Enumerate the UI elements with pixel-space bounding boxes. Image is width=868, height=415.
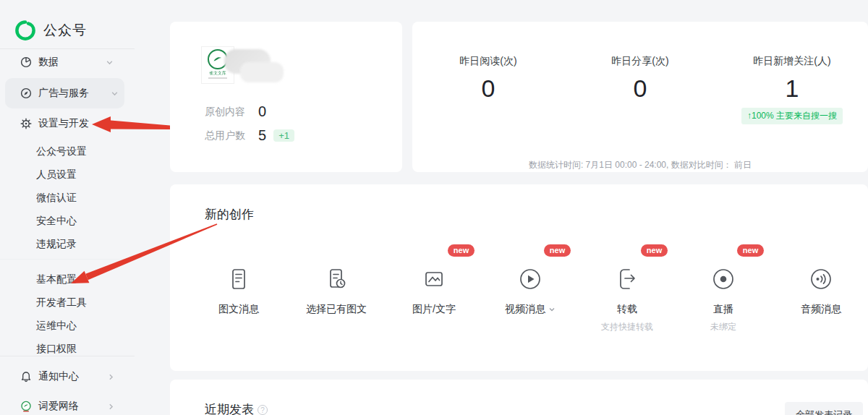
metric-value: 1 [716, 74, 868, 103]
metric-value: 0 [412, 74, 564, 103]
new-badge: new [544, 244, 571, 257]
sidebar-item-label: 设置与开发 [38, 117, 89, 130]
sub-item-label: 人员设置 [36, 168, 77, 181]
creation-item-live[interactable]: new 直播 未绑定 [676, 253, 770, 347]
metrics-footnote: 数据统计时间: 7月1日 00:00 - 24:00, 数据对比时间： 前日 [412, 159, 868, 171]
sub-item-label: 公众号设置 [36, 145, 87, 158]
sidebar-item-label: 数据 [38, 56, 59, 69]
creation-item-repost[interactable]: new 转载 支持快捷转载 [580, 253, 674, 347]
metric-label: 昨日阅读(次) [412, 55, 564, 68]
creation-item-label: 图片/文字 [412, 303, 456, 316]
daily-metrics-card: 昨日阅读(次) 0 昨日分享(次) 0 昨日新增关注(人) 1 ↑100% 主要… [412, 22, 868, 172]
sidebar-item-label: 广告与服务 [38, 87, 89, 100]
metric-value: 0 [564, 74, 716, 103]
pie-chart-icon [20, 56, 32, 68]
sidebar-item-developer-tools[interactable]: 开发者工具 [36, 293, 123, 313]
chevron-down-icon [548, 306, 556, 313]
sidebar-item-notification-center[interactable]: 通知中心 [0, 367, 135, 387]
sidebar-item-data[interactable]: 数据 [0, 52, 135, 72]
compass-icon [20, 87, 32, 99]
sidebar-item-security-center[interactable]: 安全中心 [36, 211, 123, 231]
brand-logo[interactable]: 公众号 [14, 20, 87, 41]
sidebar-item-wechat-verification[interactable]: 微信认证 [36, 188, 123, 208]
sub-item-label: 安全中心 [36, 215, 77, 228]
creation-item-label: 转载 [617, 303, 637, 316]
creation-item-article[interactable]: 图文消息 [192, 253, 286, 347]
creation-item-image-text[interactable]: new 图片/文字 [387, 253, 481, 347]
creation-item-label: 音频消息 [801, 303, 841, 316]
article-clock-icon [323, 266, 349, 292]
article-icon [226, 266, 252, 292]
bell-icon [20, 371, 32, 382]
creation-item-audio[interactable]: 音频消息 [774, 253, 868, 347]
sidebar-item-staff-settings[interactable]: 人员设置 [36, 165, 123, 185]
repost-icon [614, 266, 640, 292]
avatar-caption: 雀文文库 [209, 70, 226, 76]
sidebar-divider [0, 48, 135, 49]
creation-item-video[interactable]: new 视频消息 [483, 253, 577, 347]
account-overview-card: 雀文文库 原创内容 0 总用户数 5 +1 [170, 22, 402, 172]
sidebar-item-account-settings[interactable]: 公众号设置 [36, 142, 123, 162]
chevron-right-icon [107, 373, 115, 381]
sub-item-label: 接口权限 [36, 343, 77, 356]
chevron-down-icon [111, 90, 119, 98]
creation-item-sublabel: 支持快捷转载 [580, 321, 674, 333]
avatar-caption-underline [208, 77, 227, 79]
new-badge: new [737, 244, 764, 257]
brand-name: 公众号 [43, 21, 87, 40]
users-increase-badge: +1 [273, 129, 294, 142]
metric-label: 昨日新增关注(人) [716, 55, 868, 68]
followers-trend-badge: ↑100% 主要来自搜一搜 [741, 108, 843, 124]
sub-item-label: 违规记录 [36, 238, 77, 251]
audio-icon [808, 266, 834, 292]
sidebar-item-ops-center[interactable]: 运维中心 [36, 316, 123, 336]
metric-yesterday-reads: 昨日阅读(次) 0 [412, 55, 564, 124]
sidebar-item-label: 词爱网络 [38, 400, 79, 413]
creation-item-sublabel: 未绑定 [676, 321, 770, 333]
gear-icon [20, 118, 32, 129]
sub-item-label: 运维中心 [36, 320, 77, 333]
creation-item-label: 直播 [713, 303, 733, 316]
sidebar-item-violation-records[interactable]: 违规记录 [36, 234, 123, 254]
sub-item-label: 开发者工具 [36, 296, 87, 309]
metric-yesterday-shares: 昨日分享(次) 0 [564, 55, 716, 124]
stat-value: 5 [258, 127, 266, 144]
all-records-button[interactable]: 全部发表记录 [785, 402, 863, 415]
image-text-icon [421, 266, 447, 292]
creation-item-label: 视频消息 [505, 303, 545, 316]
wechat-official-logo-icon [14, 20, 36, 41]
metric-yesterday-new-followers: 昨日新增关注(人) 1 ↑100% 主要来自搜一搜 [716, 55, 868, 124]
new-badge: new [641, 244, 668, 257]
recent-posts-card: 近期发表 ? 全部发表记录 [170, 380, 868, 415]
account-name-redacted [240, 62, 284, 82]
stat-label: 总用户数 [205, 129, 245, 142]
chevron-down-icon [106, 59, 114, 67]
new-creation-card: 新的创作 图文消息 选择已有图文 new 图片/文字 new [170, 184, 868, 371]
sidebar-item-company-account[interactable]: 词爱网络 [0, 396, 135, 415]
sub-item-label: 基本配置 [36, 273, 77, 286]
account-logo-icon [20, 401, 32, 412]
sidebar-item-label: 通知中心 [38, 370, 79, 383]
stat-value: 0 [258, 103, 266, 120]
live-icon [710, 266, 736, 292]
sub-item-label: 微信认证 [36, 192, 77, 205]
stat-label: 原创内容 [205, 106, 245, 119]
total-users-row: 总用户数 5 +1 [205, 127, 294, 144]
sidebar: 公众号 数据 广告与服务 设置与开发 [0, 0, 170, 415]
original-content-row: 原创内容 0 [205, 103, 266, 120]
sidebar-item-ads-services[interactable]: 广告与服务 [5, 78, 124, 108]
new-badge: new [448, 244, 475, 257]
chevron-right-icon [107, 403, 115, 411]
creation-item-existing-article[interactable]: 选择已有图文 [289, 253, 383, 347]
sidebar-divider [0, 259, 135, 260]
sidebar-item-settings-dev[interactable]: 设置与开发 [0, 114, 135, 134]
creation-item-label: 图文消息 [218, 303, 259, 316]
metric-label: 昨日分享(次) [564, 55, 716, 68]
sidebar-divider [0, 356, 135, 356]
recent-posts-title: 近期发表 [205, 401, 254, 415]
help-icon[interactable]: ? [258, 405, 268, 415]
sidebar-item-basic-config[interactable]: 基本配置 [36, 270, 123, 290]
wechat-official-account-dashboard: 公众号 数据 广告与服务 设置与开发 [0, 0, 868, 415]
video-icon [517, 266, 543, 292]
creation-card-title: 新的创作 [205, 206, 254, 223]
